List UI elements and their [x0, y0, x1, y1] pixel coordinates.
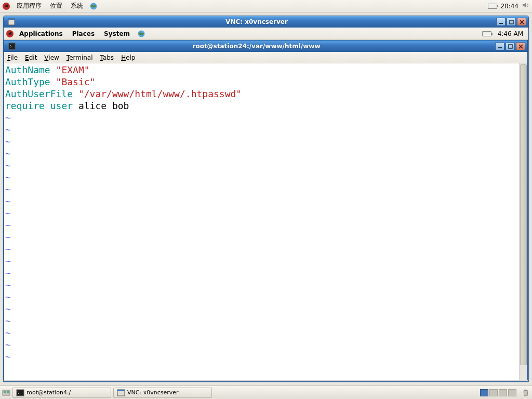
workspace-3[interactable] — [499, 389, 507, 396]
host-menu-system[interactable]: 系统 — [69, 1, 85, 11]
host-taskbar: root@station4:/ VNC: x0vncserver — [0, 385, 532, 399]
terminal-maximize-button[interactable] — [506, 42, 515, 50]
terminal-icon — [16, 389, 24, 397]
taskbar-item-terminal[interactable]: root@station4:/ — [12, 388, 111, 398]
svg-rect-16 — [117, 390, 125, 391]
vnc-window-icon — [8, 18, 15, 25]
battery-icon[interactable] — [482, 31, 491, 36]
terminal-menu-terminal[interactable]: Terminal — [66, 54, 93, 61]
terminal-window-icon — [8, 43, 16, 50]
vnc-window: VNC: x0vncserver Applications Places Sys… — [3, 16, 529, 382]
terminal-close-button[interactable] — [516, 42, 525, 50]
directive-authuserfile: AuthUserFile — [5, 88, 73, 99]
terminal-menubar: File Edit View Terminal Tabs Help — [4, 52, 527, 63]
terminal-menu-help[interactable]: Help — [121, 54, 135, 61]
terminal-menu-edit[interactable]: Edit — [25, 54, 37, 61]
remote-top-panel: Applications Places System 4:46 AM — [4, 28, 528, 40]
svg-rect-13 — [7, 391, 9, 393]
window-icon — [117, 389, 125, 397]
svg-rect-3 — [8, 19, 15, 20]
host-top-panel: 应用程序 位置 系统 20:44 — [0, 0, 532, 12]
directive-user: user — [50, 100, 73, 111]
workspace-switcher[interactable] — [480, 389, 516, 396]
host-menu-apps[interactable]: 应用程序 — [15, 1, 44, 11]
battery-icon[interactable] — [488, 4, 497, 9]
directive-authtype: AuthType — [5, 76, 50, 87]
svg-rect-14 — [17, 390, 24, 396]
speaker-icon[interactable] — [522, 1, 530, 11]
remote-menu-apps[interactable]: Applications — [17, 29, 65, 38]
globe-icon[interactable] — [137, 30, 145, 38]
globe-icon[interactable] — [89, 2, 98, 10]
svg-rect-17 — [524, 390, 527, 391]
show-desktop-icon[interactable] — [2, 389, 10, 397]
remote-desktop: Applications Places System 4:46 AM root@… — [4, 28, 528, 381]
svg-rect-12 — [4, 391, 6, 393]
terminal-title: root@station24:/var/www/html/www — [18, 43, 495, 50]
value-authname: "EXAM" — [56, 64, 90, 75]
remote-clock[interactable]: 4:46 AM — [495, 30, 526, 37]
taskbar-item-vnc[interactable]: VNC: x0vncserver — [113, 388, 212, 398]
remote-menu-places[interactable]: Places — [70, 29, 97, 38]
host-clock[interactable]: 20:44 — [497, 3, 522, 10]
directive-authname: AuthName — [5, 64, 50, 75]
terminal-minimize-button[interactable] — [495, 42, 504, 50]
value-users: alice bob — [78, 100, 129, 111]
terminal-scrollbar[interactable] — [519, 63, 527, 380]
trash-icon[interactable] — [522, 389, 530, 397]
taskbar-item-label: VNC: x0vncserver — [127, 389, 179, 396]
vnc-close-button[interactable] — [517, 18, 526, 26]
svg-rect-10 — [509, 45, 512, 48]
taskbar-item-label: root@station4:/ — [26, 389, 71, 396]
svg-rect-5 — [510, 20, 513, 24]
svg-rect-9 — [498, 47, 502, 48]
terminal-menu-view[interactable]: View — [44, 54, 59, 61]
fedora-hat-icon — [6, 30, 14, 38]
vnc-title: VNC: x0vncserver — [17, 18, 496, 25]
vnc-maximize-button[interactable] — [507, 18, 516, 26]
value-authuserfile: "/var/www/html/www/.htpasswd" — [78, 88, 242, 99]
terminal-menu-tabs[interactable]: Tabs — [100, 54, 114, 61]
svg-rect-8 — [9, 43, 15, 49]
terminal-window: root@station24:/var/www/html/www File Ed… — [4, 40, 528, 380]
terminal-menu-file[interactable]: File — [7, 54, 18, 61]
vnc-minimize-button[interactable] — [496, 18, 506, 26]
workspace-2[interactable] — [489, 389, 498, 396]
workspace-1[interactable] — [480, 389, 488, 396]
host-menu-places[interactable]: 位置 — [48, 1, 64, 11]
terminal-editor[interactable]: AuthName "EXAM" AuthType "Basic" AuthUse… — [4, 63, 519, 380]
vnc-titlebar[interactable]: VNC: x0vncserver — [4, 16, 528, 28]
scrollbar-thumb[interactable] — [520, 64, 527, 365]
fedora-hat-icon — [2, 2, 10, 10]
terminal-titlebar[interactable]: root@station24:/var/www/html/www — [4, 41, 527, 52]
remote-menu-system[interactable]: System — [102, 29, 132, 38]
value-authtype: "Basic" — [56, 76, 96, 87]
directive-require: require — [5, 100, 45, 111]
svg-rect-4 — [499, 23, 503, 24]
workspace-4[interactable] — [508, 389, 516, 396]
